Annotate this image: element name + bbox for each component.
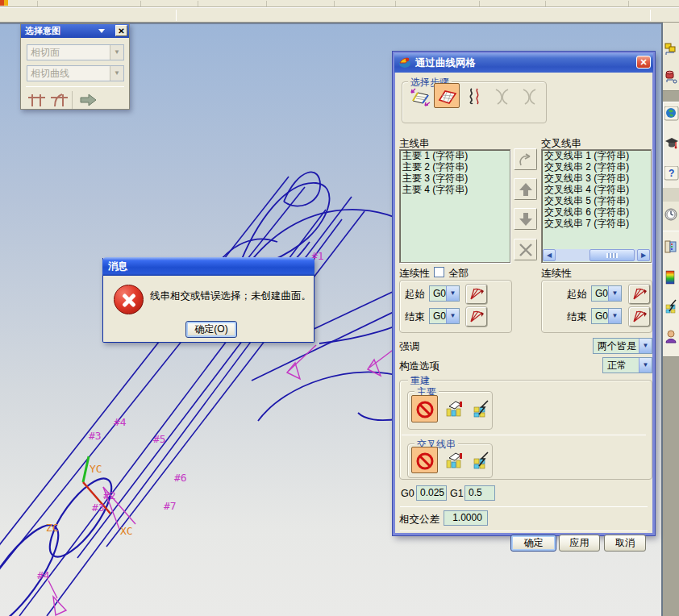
continuity-all-checkbox[interactable] <box>434 267 444 277</box>
nx-logo-icon <box>398 56 411 69</box>
cylinder-icon[interactable] <box>664 69 679 84</box>
step-cross-curves-button[interactable] <box>434 83 460 108</box>
rebuild-cross-manual-button[interactable] <box>441 447 468 474</box>
step-primary-curves-button[interactable] <box>406 83 432 108</box>
canvas-label: XC <box>120 525 133 537</box>
tangent-curve-combo: 相切曲线 ▼ <box>27 65 124 81</box>
end-fan-button[interactable] <box>466 307 487 327</box>
rebuild-cross-none-button[interactable] <box>411 447 438 473</box>
sidebar-empty-area <box>663 356 679 616</box>
dialog-titlebar[interactable]: 通过曲线网格 ✕ <box>394 53 653 73</box>
scroll-left-arrow[interactable]: ◀ <box>543 249 556 261</box>
message-ok-button[interactable]: 确定(O) <box>185 321 237 338</box>
curve-rule-stop-icon[interactable] <box>27 91 47 109</box>
dropdown-value: 两个皆是 <box>598 340 636 352</box>
left-end-combo[interactable]: G0▼ <box>429 308 460 324</box>
list-item[interactable]: 交叉线串 5 (字符串) <box>542 195 651 206</box>
scrollbar-thumb[interactable] <box>589 249 635 261</box>
canvas-label: #4 <box>37 569 50 581</box>
divider <box>72 91 73 109</box>
selection-intent-titlebar[interactable]: 选择意图 ✕ <box>21 24 129 38</box>
close-icon[interactable]: ✕ <box>636 56 651 69</box>
chevron-down-icon[interactable]: ▼ <box>608 309 621 323</box>
selection-intent-title: 选择意图 <box>25 26 60 35</box>
rebuild-primary-none-button[interactable] <box>411 395 438 422</box>
curve-rule-tangent-icon[interactable] <box>49 91 69 109</box>
chevron-down-icon[interactable]: ▼ <box>639 339 652 353</box>
blocks-icon[interactable] <box>664 42 679 56</box>
cross-string-list[interactable]: 交叉线串 1 (字符串) ◀ ▶ 交叉线串 2 (字符串)交叉线串 3 (字符串… <box>541 149 652 263</box>
horizontal-scrollbar[interactable]: ◀ ▶ <box>543 249 650 261</box>
list-item[interactable]: 交叉线串 4 (字符串) <box>542 184 651 195</box>
start-label-right: 起始 <box>567 288 587 302</box>
clock-icon[interactable] <box>664 207 679 222</box>
all-label: 全部 <box>448 267 469 281</box>
chevron-down-icon[interactable] <box>98 29 105 33</box>
globe-icon[interactable] <box>664 106 679 121</box>
canvas-label: #3 <box>92 502 105 514</box>
left-start-combo[interactable]: G0▼ <box>429 285 460 302</box>
graduation-cap-icon[interactable] <box>664 135 679 150</box>
message-text: 线串相交或错误选择；未创建曲面。 <box>150 289 311 303</box>
continuity-right-label: 连续性 <box>541 267 572 281</box>
list-item[interactable]: 主要 3 (字符串) <box>400 173 510 184</box>
remove-button[interactable] <box>514 239 537 260</box>
tangent-face-combo: 相切面 ▼ <box>27 44 124 60</box>
list-item[interactable]: 交叉线串 3 (字符串) <box>542 173 651 184</box>
chevron-down-icon[interactable]: ▼ <box>608 286 621 301</box>
chevron-down-icon[interactable]: ▼ <box>446 309 459 323</box>
forward-arrow-icon[interactable] <box>79 91 99 109</box>
rebuild-cross-advanced-button[interactable] <box>469 447 495 474</box>
list-item[interactable]: 主要 2 (字符串) <box>400 161 510 173</box>
message-titlebar[interactable]: 消息 <box>102 257 315 276</box>
right-toolbar: ? <box>663 23 679 616</box>
list-item[interactable]: 交叉线串 2 (字符串) <box>542 161 651 173</box>
door-icon[interactable] <box>664 239 679 254</box>
emphasis-dropdown[interactable]: 两个皆是▼ <box>593 338 652 354</box>
primary-string-list[interactable]: 主要 1 (字符串)主要 2 (字符串)主要 3 (字符串)主要 4 (字符串) <box>399 149 510 263</box>
help-icon[interactable]: ? <box>664 166 679 181</box>
close-icon[interactable]: ✕ <box>115 25 127 36</box>
blocks-lightning-icon[interactable] <box>664 299 679 314</box>
scroll-right-arrow[interactable]: ▶ <box>637 249 650 261</box>
ok-button[interactable]: 确定 <box>510 535 556 551</box>
divider <box>400 531 648 531</box>
list-item[interactable]: 交叉线串 1 (字符串) <box>542 150 651 161</box>
right-start-fan-button[interactable] <box>629 285 650 304</box>
dropdown-value: 正常 <box>607 360 627 371</box>
step-disabled-button-2 <box>516 83 542 108</box>
reverse-direction-button[interactable] <box>514 148 537 170</box>
move-up-button[interactable] <box>514 178 537 200</box>
end-label: 结束 <box>405 310 425 324</box>
g0-field[interactable]: 0.025 <box>416 485 447 501</box>
g1-field[interactable]: 0.5 <box>464 485 495 501</box>
list-item[interactable]: 主要 4 (字符串) <box>400 184 510 195</box>
list-item[interactable]: 主要 1 (字符串) <box>400 150 510 161</box>
selection-intent-panel: 选择意图 ✕ 相切面 ▼ 相切曲线 ▼ <box>20 23 130 110</box>
chevron-down-icon[interactable]: ▼ <box>446 286 459 301</box>
construction-dropdown[interactable]: 正常▼ <box>602 357 652 373</box>
rebuild-primary-manual-button[interactable] <box>441 395 468 422</box>
dialog-body: 选择步骤 <box>395 72 652 533</box>
dialog-title: 通过曲线网格 <box>415 57 476 69</box>
canvas-label: #3 <box>89 430 102 442</box>
person-icon[interactable] <box>664 329 679 343</box>
list-item[interactable]: 交叉线串 6 (字符串) <box>542 206 651 218</box>
rebuild-primary-advanced-button[interactable] <box>469 395 495 422</box>
rainbow-icon[interactable] <box>664 270 679 285</box>
right-end-combo[interactable]: G0▼ <box>591 308 622 324</box>
start-fan-button[interactable] <box>466 285 487 304</box>
canvas-label: #4 <box>114 416 127 428</box>
step-spine-button[interactable] <box>461 83 487 108</box>
list-item[interactable]: 交叉线串 7 (字符串) <box>542 218 651 229</box>
cancel-button[interactable]: 取消 <box>604 535 646 551</box>
chevron-down-icon[interactable]: ▼ <box>639 358 652 373</box>
message-dialog: 消息 线串相交或错误选择；未创建曲面。 确定(O) <box>102 258 315 343</box>
apply-button[interactable]: 应用 <box>559 535 600 551</box>
tolerance-field[interactable]: 1.0000 <box>444 510 488 526</box>
right-start-combo[interactable]: G0▼ <box>591 285 622 302</box>
canvas-label: ZC <box>46 522 59 534</box>
right-end-fan-button[interactable] <box>629 307 650 327</box>
move-down-button[interactable] <box>514 208 537 230</box>
chevron-down-icon: ▼ <box>110 45 123 60</box>
